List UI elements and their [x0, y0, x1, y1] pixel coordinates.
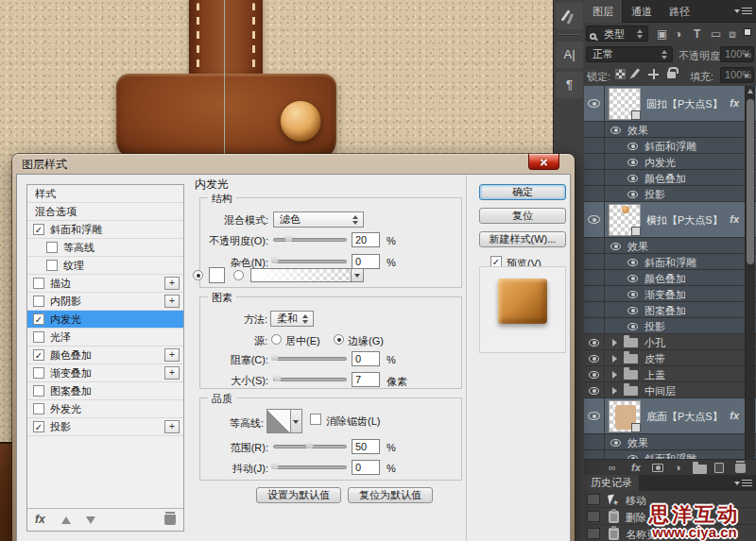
- effect-row[interactable]: 斜面和浮雕: [584, 254, 756, 270]
- panel-menu-icon[interactable]: [738, 480, 752, 487]
- checkbox[interactable]: ✓: [33, 313, 44, 325]
- visibility-eye-icon[interactable]: [627, 323, 638, 330]
- bevel-emboss-item[interactable]: ✓ 斜面和浮雕: [27, 221, 183, 239]
- add-instance-button[interactable]: +: [164, 277, 180, 290]
- glow-gradient-picker[interactable]: [250, 268, 364, 282]
- close-button[interactable]: [528, 154, 559, 170]
- expand-triangle-icon[interactable]: [612, 355, 617, 363]
- checkbox[interactable]: [33, 403, 44, 414]
- filter-switch-icon[interactable]: [744, 28, 751, 36]
- noise-slider[interactable]: [273, 260, 347, 263]
- visibility-eye-icon[interactable]: [627, 175, 638, 182]
- source-edge-radio[interactable]: [334, 334, 344, 345]
- checkbox[interactable]: ✓: [33, 224, 44, 235]
- filter-shape-icon[interactable]: ▭: [711, 27, 721, 41]
- visibility-eye-icon[interactable]: [588, 215, 600, 224]
- layer-group-row[interactable]: 中间层: [584, 382, 756, 398]
- effect-row[interactable]: 投影: [584, 186, 756, 202]
- add-instance-button[interactable]: +: [164, 348, 180, 362]
- texture-item[interactable]: 纹理: [27, 257, 183, 275]
- checkbox[interactable]: [33, 278, 44, 289]
- expand-triangle-icon[interactable]: [612, 339, 617, 347]
- checkbox[interactable]: [33, 296, 44, 307]
- styles-item[interactable]: 样式: [27, 185, 183, 203]
- blending-options-item[interactable]: 混合选项: [27, 203, 183, 221]
- jitter-input[interactable]: 0: [352, 460, 380, 475]
- visibility-eye-icon[interactable]: [589, 339, 599, 347]
- move-up-icon[interactable]: [61, 516, 71, 524]
- technique-select[interactable]: 柔和: [270, 311, 314, 327]
- ok-button[interactable]: 确定: [479, 184, 566, 200]
- blend-mode-dropdown[interactable]: 正常: [586, 46, 673, 62]
- tab-layers[interactable]: 图层: [584, 0, 623, 23]
- lock-pixels-icon[interactable]: [631, 68, 640, 77]
- add-instance-button[interactable]: +: [164, 366, 180, 380]
- effect-row[interactable]: 内发光: [584, 154, 756, 170]
- noise-input[interactable]: 0: [352, 254, 380, 269]
- layer-row[interactable]: 横扣【P大点S】 fx: [584, 202, 756, 238]
- choke-slider[interactable]: [273, 357, 347, 361]
- antialias-checkbox[interactable]: [310, 414, 321, 425]
- effect-row[interactable]: 投影: [584, 318, 756, 334]
- reset-button[interactable]: 复位: [479, 208, 566, 224]
- effect-row[interactable]: 图案叠加: [584, 302, 756, 318]
- add-instance-button[interactable]: +: [164, 420, 180, 433]
- size-input[interactable]: 7: [352, 372, 380, 387]
- layer-group-row[interactable]: 上盖: [584, 366, 756, 382]
- layer-filter-dropdown[interactable]: 类型: [586, 25, 648, 42]
- add-layer-style-icon[interactable]: fx: [631, 462, 641, 474]
- group-name[interactable]: 小孔: [644, 336, 665, 350]
- inner-glow-item-selected[interactable]: ✓ 内发光: [27, 311, 183, 329]
- gradient-overlay-item[interactable]: 渐变叠加 +: [27, 364, 183, 382]
- opacity-dropdown[interactable]: 100%: [720, 46, 754, 62]
- visibility-eye-icon[interactable]: [610, 127, 621, 134]
- fill-dropdown[interactable]: 100%: [720, 67, 754, 83]
- glow-gradient-radio[interactable]: [233, 270, 244, 280]
- drop-shadow-item[interactable]: ✓ 投影 +: [27, 418, 183, 436]
- layer-group-row[interactable]: 皮带: [584, 350, 756, 366]
- contour-item[interactable]: 等高线: [27, 239, 183, 257]
- link-layers-icon[interactable]: ∞: [609, 462, 616, 474]
- expand-triangle-icon[interactable]: [612, 387, 617, 395]
- effect-row[interactable]: 斜面和浮雕: [584, 450, 756, 459]
- effects-header-row[interactable]: 效果: [584, 122, 756, 138]
- filter-adjustment-icon[interactable]: ◑: [675, 27, 681, 41]
- add-instance-button[interactable]: +: [164, 295, 180, 308]
- layer-row[interactable]: 底面【P大点S】 fx: [584, 398, 756, 434]
- new-layer-icon[interactable]: [714, 463, 724, 473]
- tab-history[interactable]: 历史记录: [584, 475, 639, 491]
- visibility-eye-icon[interactable]: [627, 191, 638, 198]
- new-group-icon[interactable]: [693, 465, 707, 474]
- move-down-icon[interactable]: [86, 516, 95, 524]
- visibility-eye-icon[interactable]: [588, 412, 600, 420]
- visibility-eye-icon[interactable]: [627, 259, 638, 266]
- history-snapshot-well[interactable]: [587, 528, 600, 539]
- lock-all-icon[interactable]: [667, 72, 676, 78]
- checkbox[interactable]: [46, 242, 58, 253]
- jitter-slider[interactable]: [273, 465, 347, 469]
- layer-name[interactable]: 圆扣【P大点S】: [646, 97, 723, 111]
- color-overlay-item[interactable]: ✓ 颜色叠加 +: [27, 347, 183, 364]
- tab-channels[interactable]: 通道: [623, 0, 661, 23]
- group-name[interactable]: 中间层: [644, 384, 676, 398]
- fx-badge[interactable]: fx: [730, 97, 739, 109]
- choke-input[interactable]: 0: [352, 351, 380, 366]
- effects-header-row[interactable]: 效果: [584, 434, 756, 450]
- visibility-eye-icon[interactable]: [627, 159, 638, 166]
- gradient-dropdown-icon[interactable]: [351, 269, 363, 281]
- visibility-eye-icon[interactable]: [589, 371, 599, 379]
- group-name[interactable]: 上盖: [644, 368, 665, 382]
- visibility-eye-icon[interactable]: [610, 439, 621, 447]
- opacity-slider[interactable]: [273, 238, 347, 242]
- filter-type-icon[interactable]: T: [694, 27, 700, 41]
- expand-triangle-icon[interactable]: [612, 371, 617, 379]
- effect-row[interactable]: 斜面和浮雕: [584, 138, 756, 154]
- fx-badge[interactable]: fx: [730, 410, 739, 421]
- effect-row[interactable]: 颜色叠加: [584, 270, 756, 286]
- set-default-button[interactable]: 设置为默认值: [256, 487, 341, 503]
- character-panel-icon[interactable]: A|: [556, 42, 583, 68]
- satin-item[interactable]: 光泽: [27, 329, 183, 347]
- visibility-eye-icon[interactable]: [627, 275, 638, 282]
- layer-row[interactable]: 圆扣【P大点S】 fx: [584, 86, 756, 122]
- range-input[interactable]: 50: [352, 439, 380, 454]
